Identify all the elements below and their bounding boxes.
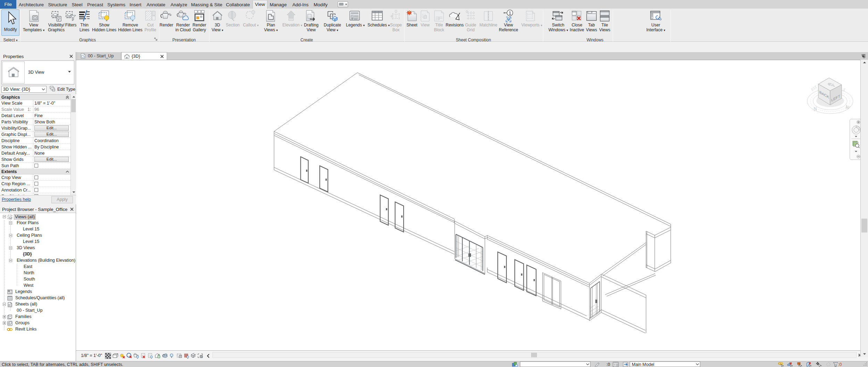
svg-text:S: S	[842, 87, 846, 92]
svg-text:1: 1	[509, 10, 511, 16]
svg-text:EST: EST	[810, 84, 818, 92]
